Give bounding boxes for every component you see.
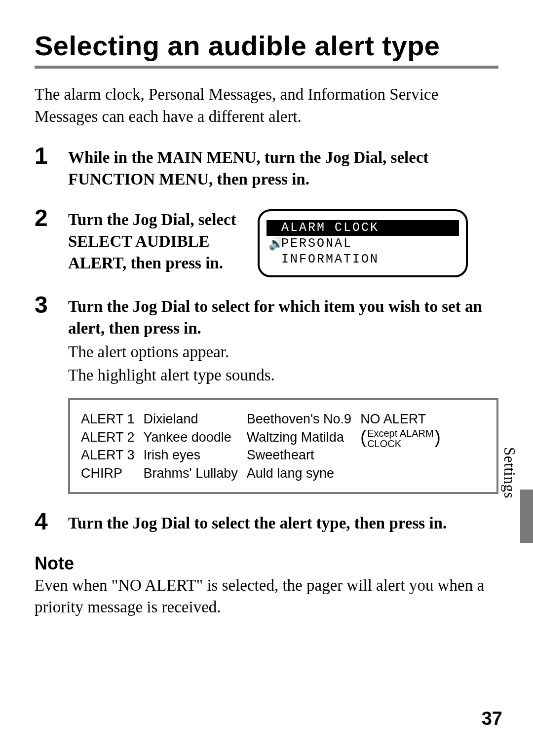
alert-name: Sweetheart [247,446,351,464]
lcd-row-information: INFORMATION [266,252,459,267]
manual-page: Selecting an audible alert type The alar… [0,0,533,756]
alert-col-noalert: NO ALERT ( Except ALARM CLOCK ) [360,410,441,482]
step-4-instruction: Turn the Jog Dial to select the alert ty… [68,513,498,534]
alert-col-names-a: Dixieland Yankee doodle Irish eyes Brahm… [144,410,238,482]
alert-col-names-b: Beethoven's No.9 Waltzing Matilda Sweeth… [247,410,351,482]
page-number: 37 [482,708,502,729]
intro-paragraph: The alarm clock, Personal Messages, and … [35,83,498,127]
lcd-label-alarm-clock: ALARM CLOCK [281,222,379,234]
lcd-screen-illustration: ALARM CLOCK 🔊 PERSONAL INFORMATION [258,209,468,277]
step-1: While in the MAIN MENU, turn the Jog Dia… [35,147,498,190]
alert-col-codes: ALERT 1 ALERT 2 ALERT 3 CHIRP [81,410,135,482]
speaker-icon: 🔊 [268,237,280,250]
alert-name-noalert: NO ALERT [360,410,441,428]
title-rule [35,66,498,69]
step-3-body-line2: The highlight alert type sounds. [68,365,498,386]
step-3: Turn the Jog Dial to select for which it… [35,296,498,494]
paren-right: ) [435,430,441,445]
note-heading: Note [35,553,498,574]
noalert-except-line1: Except ALARM [367,428,434,439]
alert-name: Waltzing Matilda [247,428,351,446]
note-body: Even when "NO ALERT" is selected, the pa… [35,575,498,618]
step-4: Turn the Jog Dial to select the alert ty… [35,513,498,534]
side-tab-label: Settings [500,447,518,498]
alert-name: Beethoven's No.9 [247,410,351,428]
step-3-body-line1: The alert options appear. [68,341,498,363]
lcd-row-alarm-clock: ALARM CLOCK [266,220,459,236]
alert-code: ALERT 2 [81,428,135,446]
alert-name: Brahms' Lullaby [144,464,238,482]
alert-name: Irish eyes [144,446,238,464]
lcd-label-information: INFORMATION [281,253,379,265]
page-title: Selecting an audible alert type [35,30,498,62]
lcd-label-personal: PERSONAL [281,237,352,250]
step-2: Turn the Jog Dial, select SELECT AUDIBLE… [35,209,498,277]
side-tab-strip [520,490,533,543]
alert-name: Yankee doodle [144,428,238,446]
step-list: While in the MAIN MENU, turn the Jog Dia… [35,147,498,534]
noalert-except-line2: CLOCK [367,439,434,449]
step-2-instruction: Turn the Jog Dial, select SELECT AUDIBLE… [68,209,246,274]
alert-code: CHIRP [81,464,135,482]
step-3-instruction: Turn the Jog Dial to select for which it… [68,296,498,340]
alert-name: Auld lang syne [247,464,351,482]
alert-name: Dixieland [144,410,238,428]
paren-left: ( [360,430,366,445]
alert-code: ALERT 1 [81,410,135,428]
alert-options-box: ALERT 1 ALERT 2 ALERT 3 CHIRP Dixieland … [68,398,498,494]
step-1-instruction: While in the MAIN MENU, turn the Jog Dia… [68,147,498,190]
lcd-row-personal: 🔊 PERSONAL [266,236,459,252]
alert-code: ALERT 3 [81,446,135,464]
